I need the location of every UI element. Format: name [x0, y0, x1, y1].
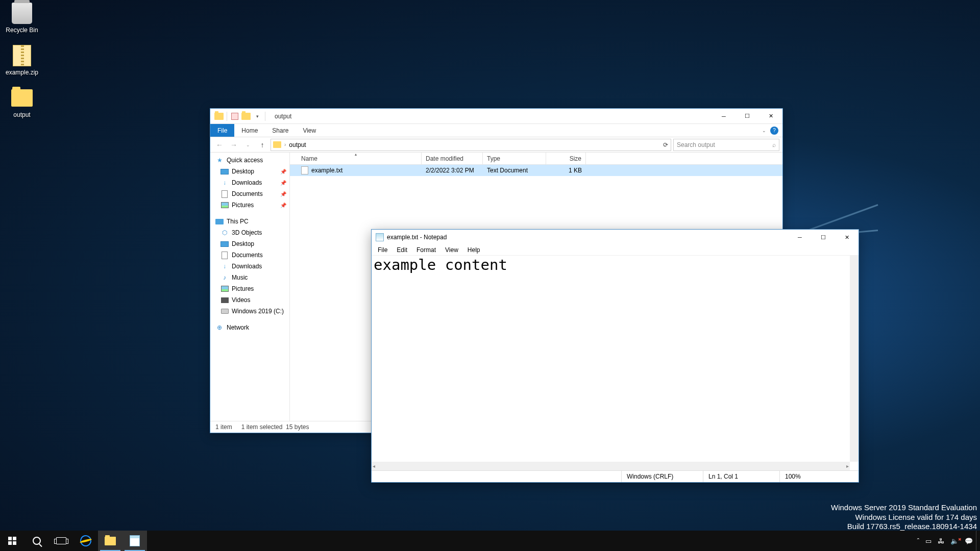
help-icon[interactable]: ?: [770, 127, 778, 135]
nav-item-videos[interactable]: Videos: [210, 294, 289, 306]
videos-icon: [220, 296, 229, 304]
column-type[interactable]: Type: [483, 153, 546, 164]
refresh-button[interactable]: ⟳: [660, 139, 671, 151]
file-name: example.txt: [311, 167, 342, 174]
menu-view[interactable]: View: [441, 245, 462, 255]
scroll-left-icon[interactable]: ◂: [373, 463, 375, 469]
notepad-app-icon: [376, 233, 384, 241]
folder-icon: [11, 89, 33, 107]
taskbar-app-notepad[interactable]: [122, 531, 147, 551]
nav-pane: ★Quick access Desktop📌 ↓Downloads📌 Docum…: [210, 153, 290, 421]
nav-network[interactable]: ⊕Network: [210, 322, 289, 333]
maximize-button[interactable]: ☐: [736, 109, 759, 123]
show-desktop-button[interactable]: [976, 531, 979, 551]
maximize-button[interactable]: ☐: [812, 230, 835, 245]
folder-icon: [273, 141, 281, 148]
watermark-line: Windows Server 2019 Standard Evaluation: [831, 503, 977, 513]
nav-item-downloads[interactable]: ↓Downloads📌: [210, 177, 289, 188]
breadcrumb[interactable]: › output ⌄: [271, 139, 671, 151]
column-date[interactable]: Date modified: [422, 153, 483, 164]
qat-new-folder-icon[interactable]: [240, 111, 252, 122]
taskbar-app-explorer[interactable]: [98, 531, 122, 551]
tray-volume-icon[interactable]: 🔈✖: [947, 537, 962, 545]
status-selected: 1 item selected: [241, 423, 283, 431]
nav-this-pc[interactable]: This PC: [210, 216, 289, 227]
minimize-button[interactable]: ─: [712, 109, 736, 123]
column-size[interactable]: Size: [546, 153, 586, 164]
nav-item-music[interactable]: ♪Music: [210, 272, 289, 283]
nav-quick-access[interactable]: ★Quick access: [210, 155, 289, 166]
explorer-app-icon[interactable]: [213, 111, 225, 122]
nav-up-button[interactable]: ↑: [256, 139, 268, 151]
ribbon-tabs: File Home Share View ⌄ ?: [210, 124, 782, 137]
nav-recent-dropdown[interactable]: ⌄: [242, 139, 254, 151]
ribbon-tab-view[interactable]: View: [296, 124, 323, 137]
search-icon: ⌕: [772, 141, 776, 148]
status-bytes: 15 bytes: [286, 423, 309, 431]
close-button[interactable]: ✕: [835, 230, 859, 245]
ribbon-tab-share[interactable]: Share: [265, 124, 296, 137]
taskbar: ˆ ▭ 🖧 🔈✖ 💬: [0, 531, 980, 551]
desktop-icon-example-zip[interactable]: example.zip: [2, 44, 42, 76]
notepad-text-area[interactable]: example content: [372, 255, 859, 470]
scroll-right-icon[interactable]: ▸: [846, 463, 849, 469]
nav-item-3d-objects[interactable]: ⬡3D Objects: [210, 227, 289, 238]
menu-file[interactable]: File: [374, 245, 391, 255]
notepad-icon: [130, 535, 140, 546]
column-name[interactable]: ▴Name: [290, 153, 422, 164]
nav-back-button[interactable]: ←: [213, 139, 226, 151]
task-view-icon: [56, 537, 66, 544]
file-row[interactable]: example.txt 2/2/2022 3:02 PM Text Docume…: [290, 165, 782, 176]
vertical-scrollbar[interactable]: [850, 256, 859, 462]
nav-item-downloads[interactable]: ↓Downloads: [210, 261, 289, 272]
tray-notifications-icon[interactable]: 💬: [962, 537, 976, 545]
documents-icon: [220, 190, 229, 198]
watermark: Windows Server 2019 Standard Evaluation …: [831, 503, 977, 532]
search-input[interactable]: Search output ⌕: [673, 139, 779, 151]
pictures-icon: [220, 285, 229, 293]
pc-icon: [215, 217, 224, 226]
notepad-titlebar[interactable]: example.txt - Notepad ─ ☐ ✕: [372, 230, 859, 245]
desktop-icon-output[interactable]: output: [2, 86, 42, 118]
network-icon: ⊕: [215, 323, 224, 332]
nav-item-pictures[interactable]: Pictures📌: [210, 199, 289, 211]
file-date: 2/2/2022 3:02 PM: [422, 165, 483, 176]
tray-network-icon[interactable]: 🖧: [935, 537, 947, 545]
menu-format[interactable]: Format: [412, 245, 440, 255]
explorer-titlebar[interactable]: ▾ output ─ ☐ ✕: [210, 109, 782, 124]
qat-customize-icon[interactable]: ▾: [252, 111, 263, 122]
ribbon-expand-icon[interactable]: ⌄: [760, 126, 768, 135]
taskbar-search-button[interactable]: [24, 531, 49, 551]
horizontal-scrollbar[interactable]: ◂▸: [372, 462, 850, 470]
music-icon: ♪: [220, 273, 229, 282]
desktop-icon-recycle-bin[interactable]: Recycle Bin: [2, 2, 42, 34]
watermark-line: Windows License valid for 174 days: [831, 513, 977, 522]
status-encoding: Windows (CRLF): [621, 471, 703, 482]
taskbar-app-ie[interactable]: [74, 531, 98, 551]
nav-item-drive-c[interactable]: Windows 2019 (C:): [210, 306, 289, 317]
minimize-button[interactable]: ─: [788, 230, 812, 245]
ribbon-tab-home[interactable]: Home: [234, 124, 265, 137]
qat-properties-icon[interactable]: [229, 111, 240, 122]
close-button[interactable]: ✕: [759, 109, 782, 123]
3d-objects-icon: ⬡: [220, 229, 229, 237]
start-button[interactable]: [0, 531, 24, 551]
breadcrumb-segment[interactable]: output: [289, 141, 306, 148]
desktop-icon-label: Recycle Bin: [2, 27, 42, 34]
nav-item-pictures[interactable]: Pictures: [210, 283, 289, 294]
nav-item-desktop[interactable]: Desktop📌: [210, 166, 289, 177]
nav-item-documents[interactable]: Documents: [210, 249, 289, 261]
search-icon: [33, 537, 41, 545]
explorer-title: output: [275, 113, 712, 120]
notepad-status-bar: Windows (CRLF) Ln 1, Col 1 100%: [372, 470, 859, 482]
tray-battery-icon[interactable]: ▭: [922, 537, 935, 545]
nav-item-documents[interactable]: Documents📌: [210, 188, 289, 199]
nav-item-desktop[interactable]: Desktop: [210, 238, 289, 249]
ribbon-tab-file[interactable]: File: [210, 124, 234, 137]
menu-help[interactable]: Help: [463, 245, 484, 255]
tray-overflow-icon[interactable]: ˆ: [914, 537, 922, 545]
menu-edit[interactable]: Edit: [393, 245, 411, 255]
task-view-button[interactable]: [49, 531, 74, 551]
address-bar: ← → ⌄ ↑ › output ⌄ ⟳ Search output ⌕: [210, 137, 782, 153]
nav-forward-button[interactable]: →: [228, 139, 240, 151]
